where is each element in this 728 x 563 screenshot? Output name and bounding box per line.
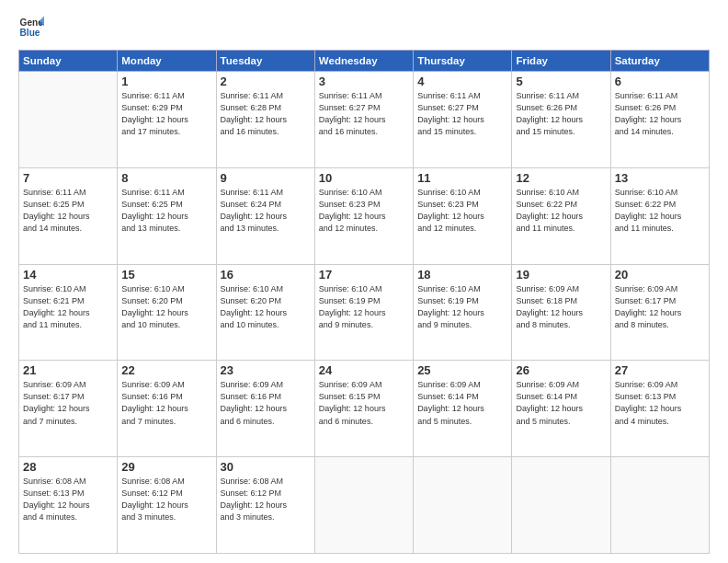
calendar-body: 1Sunrise: 6:11 AM Sunset: 6:29 PM Daylig… xyxy=(19,72,710,554)
day-number: 3 xyxy=(319,75,409,88)
day-info: Sunrise: 6:09 AM Sunset: 6:18 PM Dayligh… xyxy=(516,283,606,331)
day-info: Sunrise: 6:08 AM Sunset: 6:13 PM Dayligh… xyxy=(23,476,113,523)
day-info: Sunrise: 6:10 AM Sunset: 6:19 PM Dayligh… xyxy=(417,283,507,331)
day-cell: 2Sunrise: 6:11 AM Sunset: 6:28 PM Daylig… xyxy=(216,72,314,168)
day-number: 6 xyxy=(615,75,705,88)
day-number: 8 xyxy=(121,171,211,185)
day-info: Sunrise: 6:08 AM Sunset: 6:12 PM Dayligh… xyxy=(121,476,211,523)
day-info: Sunrise: 6:11 AM Sunset: 6:28 PM Dayligh… xyxy=(221,90,311,138)
day-info: Sunrise: 6:09 AM Sunset: 6:17 PM Dayligh… xyxy=(23,379,113,427)
logo: General Blue xyxy=(18,15,44,40)
day-number: 9 xyxy=(221,171,311,185)
day-number: 29 xyxy=(121,460,211,474)
day-number: 13 xyxy=(615,171,705,185)
day-info: Sunrise: 6:10 AM Sunset: 6:23 PM Dayligh… xyxy=(417,187,507,235)
logo-icon: General Blue xyxy=(18,15,44,40)
day-cell: 13Sunrise: 6:10 AM Sunset: 6:22 PM Dayli… xyxy=(610,167,709,264)
day-number: 26 xyxy=(516,363,606,377)
day-cell: 11Sunrise: 6:10 AM Sunset: 6:23 PM Dayli… xyxy=(414,167,512,264)
day-cell: 22Sunrise: 6:09 AM Sunset: 6:16 PM Dayli… xyxy=(118,361,216,457)
day-cell xyxy=(19,72,118,168)
day-number: 16 xyxy=(221,268,311,282)
day-info: Sunrise: 6:09 AM Sunset: 6:16 PM Dayligh… xyxy=(221,379,311,427)
weekday-header-tuesday: Tuesday xyxy=(216,51,314,72)
day-cell: 24Sunrise: 6:09 AM Sunset: 6:15 PM Dayli… xyxy=(314,361,413,457)
weekday-header-friday: Friday xyxy=(512,51,610,72)
day-number: 7 xyxy=(23,171,113,185)
day-number: 25 xyxy=(417,363,507,377)
weekday-header-thursday: Thursday xyxy=(414,51,512,72)
day-cell: 30Sunrise: 6:08 AM Sunset: 6:12 PM Dayli… xyxy=(216,457,314,554)
day-cell: 29Sunrise: 6:08 AM Sunset: 6:12 PM Dayli… xyxy=(118,457,216,554)
day-info: Sunrise: 6:11 AM Sunset: 6:25 PM Dayligh… xyxy=(121,187,211,235)
calendar-header: SundayMondayTuesdayWednesdayThursdayFrid… xyxy=(19,51,710,72)
day-cell: 10Sunrise: 6:10 AM Sunset: 6:23 PM Dayli… xyxy=(314,167,413,264)
day-cell xyxy=(314,457,413,554)
day-number: 30 xyxy=(221,460,311,474)
day-cell: 4Sunrise: 6:11 AM Sunset: 6:27 PM Daylig… xyxy=(414,72,512,168)
day-info: Sunrise: 6:11 AM Sunset: 6:27 PM Dayligh… xyxy=(319,90,409,138)
day-info: Sunrise: 6:08 AM Sunset: 6:12 PM Dayligh… xyxy=(221,476,311,523)
day-number: 18 xyxy=(417,268,507,282)
day-number: 14 xyxy=(23,268,113,282)
day-info: Sunrise: 6:09 AM Sunset: 6:16 PM Dayligh… xyxy=(121,379,211,427)
day-info: Sunrise: 6:09 AM Sunset: 6:13 PM Dayligh… xyxy=(615,379,705,427)
day-number: 15 xyxy=(121,268,211,282)
day-number: 21 xyxy=(23,363,113,377)
day-info: Sunrise: 6:09 AM Sunset: 6:14 PM Dayligh… xyxy=(516,379,606,427)
day-cell: 23Sunrise: 6:09 AM Sunset: 6:16 PM Dayli… xyxy=(216,361,314,457)
day-info: Sunrise: 6:11 AM Sunset: 6:25 PM Dayligh… xyxy=(23,187,113,235)
day-info: Sunrise: 6:11 AM Sunset: 6:24 PM Dayligh… xyxy=(221,187,311,235)
day-number: 10 xyxy=(319,171,409,185)
day-cell: 8Sunrise: 6:11 AM Sunset: 6:25 PM Daylig… xyxy=(118,167,216,264)
week-row-1: 7Sunrise: 6:11 AM Sunset: 6:25 PM Daylig… xyxy=(19,167,710,264)
day-info: Sunrise: 6:10 AM Sunset: 6:20 PM Dayligh… xyxy=(221,283,311,331)
weekday-header-saturday: Saturday xyxy=(610,51,709,72)
day-cell: 14Sunrise: 6:10 AM Sunset: 6:21 PM Dayli… xyxy=(19,264,118,361)
day-info: Sunrise: 6:11 AM Sunset: 6:27 PM Dayligh… xyxy=(417,90,507,138)
day-cell: 15Sunrise: 6:10 AM Sunset: 6:20 PM Dayli… xyxy=(118,264,216,361)
day-info: Sunrise: 6:10 AM Sunset: 6:20 PM Dayligh… xyxy=(121,283,211,331)
day-cell: 21Sunrise: 6:09 AM Sunset: 6:17 PM Dayli… xyxy=(19,361,118,457)
day-cell: 25Sunrise: 6:09 AM Sunset: 6:14 PM Dayli… xyxy=(414,361,512,457)
day-info: Sunrise: 6:10 AM Sunset: 6:22 PM Dayligh… xyxy=(615,187,705,235)
day-number: 1 xyxy=(121,75,211,88)
week-row-4: 28Sunrise: 6:08 AM Sunset: 6:13 PM Dayli… xyxy=(19,457,710,554)
day-number: 28 xyxy=(23,460,113,474)
day-cell xyxy=(610,457,709,554)
day-number: 2 xyxy=(221,75,311,88)
day-cell: 17Sunrise: 6:10 AM Sunset: 6:19 PM Dayli… xyxy=(314,264,413,361)
weekday-row: SundayMondayTuesdayWednesdayThursdayFrid… xyxy=(19,51,710,72)
day-cell: 3Sunrise: 6:11 AM Sunset: 6:27 PM Daylig… xyxy=(314,72,413,168)
day-info: Sunrise: 6:10 AM Sunset: 6:19 PM Dayligh… xyxy=(319,283,409,331)
day-number: 4 xyxy=(417,75,507,88)
day-info: Sunrise: 6:09 AM Sunset: 6:15 PM Dayligh… xyxy=(319,379,409,427)
day-info: Sunrise: 6:11 AM Sunset: 6:29 PM Dayligh… xyxy=(121,90,211,138)
day-number: 24 xyxy=(319,363,409,377)
day-number: 23 xyxy=(221,363,311,377)
calendar-table: SundayMondayTuesdayWednesdayThursdayFrid… xyxy=(18,50,710,554)
day-cell: 5Sunrise: 6:11 AM Sunset: 6:26 PM Daylig… xyxy=(512,72,610,168)
day-number: 19 xyxy=(516,268,606,282)
day-number: 22 xyxy=(121,363,211,377)
day-number: 11 xyxy=(417,171,507,185)
calendar-page: General Blue SundayMondayTuesdayWednesda… xyxy=(0,0,728,563)
day-info: Sunrise: 6:09 AM Sunset: 6:14 PM Dayligh… xyxy=(417,379,507,427)
day-cell: 19Sunrise: 6:09 AM Sunset: 6:18 PM Dayli… xyxy=(512,264,610,361)
weekday-header-monday: Monday xyxy=(118,51,216,72)
day-info: Sunrise: 6:09 AM Sunset: 6:17 PM Dayligh… xyxy=(615,283,705,331)
day-cell: 7Sunrise: 6:11 AM Sunset: 6:25 PM Daylig… xyxy=(19,167,118,264)
day-info: Sunrise: 6:11 AM Sunset: 6:26 PM Dayligh… xyxy=(615,90,705,138)
day-cell: 12Sunrise: 6:10 AM Sunset: 6:22 PM Dayli… xyxy=(512,167,610,264)
day-info: Sunrise: 6:11 AM Sunset: 6:26 PM Dayligh… xyxy=(516,90,606,138)
day-number: 12 xyxy=(516,171,606,185)
day-cell: 6Sunrise: 6:11 AM Sunset: 6:26 PM Daylig… xyxy=(610,72,709,168)
week-row-3: 21Sunrise: 6:09 AM Sunset: 6:17 PM Dayli… xyxy=(19,361,710,457)
day-cell xyxy=(512,457,610,554)
week-row-2: 14Sunrise: 6:10 AM Sunset: 6:21 PM Dayli… xyxy=(19,264,710,361)
day-cell: 16Sunrise: 6:10 AM Sunset: 6:20 PM Dayli… xyxy=(216,264,314,361)
weekday-header-wednesday: Wednesday xyxy=(314,51,413,72)
day-cell xyxy=(414,457,512,554)
day-info: Sunrise: 6:10 AM Sunset: 6:21 PM Dayligh… xyxy=(23,283,113,331)
header: General Blue xyxy=(18,15,710,40)
